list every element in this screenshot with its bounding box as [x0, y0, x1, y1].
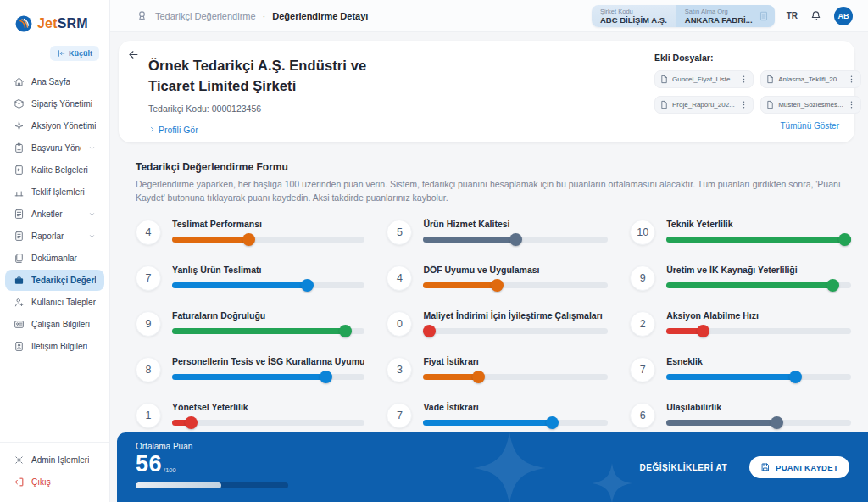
score-slider[interactable] [172, 325, 364, 337]
sidebar-item-basvuru-yonetimi[interactable]: Başvuru Yönetimi [5, 137, 104, 159]
metric-label: Teslimat Performansı [172, 219, 364, 229]
sidebar-item-kalite-belgeleri[interactable]: Kalite Belgeleri [5, 159, 104, 181]
file-chip[interactable]: Proje_Raporu_202... [654, 96, 754, 114]
org-segment[interactable]: Satın Alma Org ANKARA FABRİ... [676, 5, 775, 27]
score-slider[interactable] [423, 325, 608, 337]
slider-fill [172, 328, 346, 334]
score-badge: 9 [630, 265, 655, 291]
slider-track[interactable] [172, 420, 364, 426]
breadcrumb-section[interactable]: Tedarikçi Değerlendirme [155, 11, 256, 21]
sidebar-item-dokumanlar[interactable]: Dokümanlar [5, 248, 104, 269]
company-segment[interactable]: Şirket Kodu ABC BİLİŞİM A.Ş. [592, 5, 676, 27]
sidebar-collapse-button[interactable]: Küçült [50, 46, 99, 61]
sidebar-item-cikis[interactable]: Çıkış [5, 471, 104, 493]
chevron-down-icon [88, 232, 96, 240]
slider-thumb[interactable] [771, 416, 783, 429]
kebab-menu-icon[interactable] [739, 100, 748, 109]
kebab-menu-icon[interactable] [847, 75, 856, 84]
average-progress-fill [136, 482, 221, 488]
score-slider[interactable] [172, 416, 364, 429]
kebab-menu-icon[interactable] [739, 75, 748, 84]
topbar: Tedarikçi Değerlendirme · Değerlendirme … [110, 0, 868, 32]
metric-label: Faturaların Doğruluğu [172, 310, 364, 321]
slider-thumb[interactable] [242, 233, 255, 246]
discard-changes-button[interactable]: DEĞİŞİKLİKLERİ AT [640, 463, 728, 472]
company-value: ABC BİLİŞİM A.Ş. [600, 15, 667, 25]
sidebar-item-anketler[interactable]: Anketler [5, 204, 104, 225]
sidebar-item-iletisim-bilgileri[interactable]: İletişim Bilgileri [5, 336, 104, 357]
score-slider[interactable] [423, 371, 608, 383]
company-org-selector[interactable]: Şirket Kodu ABC BİLİŞİM A.Ş. Satın Alma … [592, 5, 775, 27]
app-root: JetSRM Küçült Ana Sayfa Sipariş Yönetimi… [0, 0, 868, 502]
slider-thumb[interactable] [838, 233, 851, 246]
score-slider[interactable] [666, 371, 851, 383]
average-score-block: Ortalama Puan 56 /100 [136, 442, 288, 488]
kebab-menu-icon[interactable] [847, 100, 856, 109]
sidebar-item-kullanici-talepleri[interactable]: Kullanıcı Talepleri [5, 292, 104, 313]
org-value: ANKARA FABRİ... [685, 15, 753, 25]
language-switch[interactable]: TR [787, 11, 798, 20]
score-slider[interactable] [666, 416, 851, 429]
score-badge: 3 [387, 357, 412, 382]
file-chip[interactable]: Guncel_Fiyat_Liste... [654, 70, 754, 88]
topbar-right: Şirket Kodu ABC BİLİŞİM A.Ş. Satın Alma … [592, 5, 853, 27]
sparkle-decoration [592, 460, 632, 502]
slider-thumb[interactable] [826, 279, 839, 292]
file-chip[interactable]: Musteri_Sozlesmes... [760, 96, 860, 114]
back-arrow-button[interactable] [127, 48, 140, 61]
score-slider[interactable] [172, 233, 364, 246]
score-badge: 0 [387, 311, 412, 337]
score-slider[interactable] [666, 233, 851, 246]
sidebar-item-siparis-yonetimi[interactable]: Sipariş Yönetimi [5, 93, 104, 114]
sidebar-item-aksiyon-yonetimi[interactable]: Aksiyon Yönetimi [5, 115, 104, 137]
slider-track[interactable] [423, 328, 608, 334]
metric-label: Esneklik [666, 356, 851, 366]
slider-fill [666, 374, 795, 380]
score-slider[interactable] [423, 279, 608, 292]
sidebar-item-tedarikci-degerlendirme[interactable]: Tedarikçi Değerlendirme [5, 270, 104, 291]
average-progress-bar [136, 482, 288, 488]
slider-thumb[interactable] [789, 371, 802, 383]
score-slider[interactable] [423, 416, 608, 429]
slider-thumb[interactable] [697, 325, 709, 337]
supplier-card: Örnek Tedarikçi A.Ş. Endüstri ve Ticaret… [119, 41, 854, 142]
slider-thumb[interactable] [301, 279, 314, 292]
save-score-button[interactable]: PUANI KAYDET [749, 456, 849, 478]
slider-thumb[interactable] [509, 233, 522, 246]
slider-thumb[interactable] [491, 279, 504, 292]
slider-fill [172, 282, 307, 288]
sidebar-item-raporlar[interactable]: Raporlar [5, 226, 104, 247]
file-icon [765, 75, 775, 84]
score-slider[interactable] [666, 325, 851, 337]
score-slider[interactable] [172, 371, 364, 383]
main-area: Tedarikçi Değerlendirme · Değerlendirme … [110, 0, 868, 502]
score-badge: 10 [630, 220, 655, 245]
average-score-value: 56 [136, 453, 162, 476]
jetsrm-logo[interactable]: JetSRM [0, 0, 109, 34]
slider-thumb[interactable] [320, 371, 332, 383]
show-all-files-link[interactable]: Tümünü Göster [654, 121, 839, 131]
metric-label: Ulaşılabilirlik [666, 402, 851, 412]
notifications-bell-icon[interactable] [810, 9, 822, 22]
slider-thumb[interactable] [339, 325, 352, 337]
award-icon [136, 9, 148, 22]
metric-label: Aksiyon Alabilme Hızı [666, 310, 851, 321]
sidebar-item-teklif-islemleri[interactable]: Teklif İşlemleri [5, 181, 104, 203]
sidebar-item-calisan-bilgileri[interactable]: Çalışan Bilgileri [5, 314, 104, 335]
slider-thumb[interactable] [472, 371, 485, 383]
score-slider[interactable] [423, 233, 608, 246]
user-avatar[interactable]: AB [834, 7, 853, 25]
file-chip[interactable]: Anlasma_Teklifi_20... [760, 70, 860, 88]
metrics-grid: 4 Teslimat Performansı 7 Yanlış Ürün Tes… [136, 219, 851, 429]
slider-thumb[interactable] [423, 325, 436, 337]
metric-label: DÖF Uyumu ve Uygulaması [423, 265, 608, 275]
sidebar-item-ana-sayfa[interactable]: Ana Sayfa [5, 71, 104, 92]
score-slider[interactable] [172, 279, 364, 292]
spark-icon [14, 120, 25, 131]
slider-thumb[interactable] [546, 416, 559, 429]
metric-label: Ürün Hizmet Kalitesi [423, 219, 608, 229]
slider-thumb[interactable] [185, 416, 198, 429]
sidebar-item-admin-islemleri[interactable]: Admin İşlemleri [5, 449, 104, 471]
score-slider[interactable] [666, 279, 851, 292]
logout-icon [14, 477, 25, 488]
